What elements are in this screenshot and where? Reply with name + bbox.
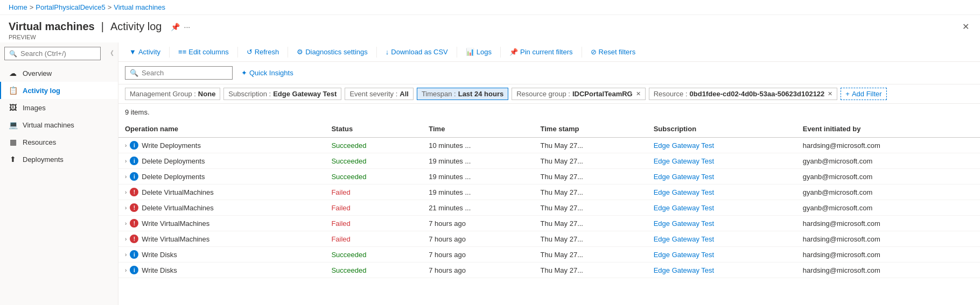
cell-time-4: 21 minutes ... xyxy=(422,200,534,216)
expand-icon-1[interactable]: › xyxy=(125,158,127,164)
cell-subscription-3: Edge Gateway Test xyxy=(647,185,796,200)
refresh-icon: ↺ xyxy=(247,48,253,56)
filter-bar: 🔍 ✦ Quick Insights xyxy=(118,62,980,84)
breadcrumb-home[interactable]: Home xyxy=(9,3,27,11)
operation-name-3: Delete VirtualMachines xyxy=(142,188,213,196)
subscription-link-7[interactable]: Edge Gateway Test xyxy=(654,251,715,259)
row-icon-7: i xyxy=(130,250,138,259)
pin-icon[interactable]: 📌 xyxy=(171,23,180,31)
expand-icon-2[interactable]: › xyxy=(125,174,127,180)
subscription-link-8[interactable]: Edge Gateway Test xyxy=(654,266,715,274)
col-time: Time xyxy=(422,120,534,138)
cell-initiated-by-1: gyanb@microsoft.com xyxy=(796,153,980,169)
sidebar-search-input[interactable] xyxy=(20,49,96,58)
toolbar-separator-1 xyxy=(169,47,170,58)
subscription-link-6[interactable]: Edge Gateway Test xyxy=(654,235,715,243)
cell-timestamp-4: Thu May 27... xyxy=(534,200,647,216)
subscription-link-4[interactable]: Edge Gateway Test xyxy=(654,204,715,212)
cell-subscription-4: Edge Gateway Test xyxy=(647,200,796,216)
subscription-link-3[interactable]: Edge Gateway Test xyxy=(654,188,715,196)
breadcrumb-device[interactable]: PortalPhysicalDevice5 xyxy=(36,3,105,11)
cell-initiated-by-4: gyanb@microsoft.com xyxy=(796,200,980,216)
filter-tag-resource-close[interactable]: ✕ xyxy=(828,90,832,97)
cell-operation-7: › i Write Disks xyxy=(118,247,325,263)
expand-icon-4[interactable]: › xyxy=(125,205,127,211)
cell-status-2: Succeeded xyxy=(325,169,422,185)
subscription-link-5[interactable]: Edge Gateway Test xyxy=(654,219,715,228)
pin-current-filters-button[interactable]: 📌 Pin current filters xyxy=(505,46,577,58)
reset-filters-button[interactable]: ⊘ Reset filters xyxy=(586,46,640,58)
page-title: Virtual machines xyxy=(9,20,95,33)
breadcrumb-vms[interactable]: Virtual machines xyxy=(114,3,165,11)
subscription-link-2[interactable]: Edge Gateway Test xyxy=(654,173,715,181)
sidebar-item-overview-label: Overview xyxy=(23,69,52,77)
content-area: ▼ Activity ≡≡ Edit columns ↺ Refresh ⚙ D… xyxy=(118,42,980,305)
sidebar-item-activity-log-label: Activity log xyxy=(23,87,60,95)
cell-status-0: Succeeded xyxy=(325,138,422,153)
reset-filters-icon: ⊘ xyxy=(591,48,597,56)
filter-tag-resource: Resource : 0bd1fdee-cd02-4d0b-53aa-50623… xyxy=(649,88,838,100)
cell-subscription-7: Edge Gateway Test xyxy=(647,247,796,263)
cell-operation-0: › i Write Deployments xyxy=(118,138,325,153)
download-csv-button[interactable]: ↓ Download as CSV xyxy=(381,46,452,58)
more-options-icon[interactable]: ··· xyxy=(184,23,191,31)
toolbar-separator-5 xyxy=(457,47,457,58)
filter-tag-resource-group-close[interactable]: ✕ xyxy=(636,90,641,97)
toolbar-separator-3 xyxy=(288,47,288,58)
edit-columns-button[interactable]: ≡≡ Edit columns xyxy=(174,46,233,58)
operation-name-2: Delete Deployments xyxy=(142,173,205,181)
expand-icon-5[interactable]: › xyxy=(125,221,127,226)
sidebar-item-virtual-machines[interactable]: 💻 Virtual machines xyxy=(0,116,118,133)
cell-initiated-by-6: hardsing@microsoft.com xyxy=(796,231,980,247)
expand-icon-8[interactable]: › xyxy=(125,267,127,273)
filter-tag-timespan: Timespan : Last 24 hours xyxy=(417,88,508,100)
cell-status-6: Failed xyxy=(325,231,422,247)
refresh-button[interactable]: ↺ Refresh xyxy=(242,46,284,58)
sidebar-search-icon: 🔍 xyxy=(9,50,17,58)
cell-time-2: 19 minutes ... xyxy=(422,169,534,185)
sidebar-item-activity-log[interactable]: 📋 Activity log xyxy=(0,82,118,99)
diagnostics-settings-button[interactable]: ⚙ Diagnostics settings xyxy=(292,46,372,58)
row-icon-5: ! xyxy=(130,219,138,228)
items-count: 9 items. xyxy=(118,104,980,120)
sidebar-item-deployments[interactable]: ⬆ Deployments xyxy=(0,151,118,168)
col-initiated-by: Event initiated by xyxy=(796,120,980,138)
table-body: › i Write Deployments Succeeded 10 minut… xyxy=(118,138,980,278)
operation-name-6: Write VirtualMachines xyxy=(142,235,209,243)
breadcrumb: Home > PortalPhysicalDevice5 > Virtual m… xyxy=(0,0,980,15)
quick-insights-button[interactable]: ✦ Quick Insights xyxy=(237,67,298,79)
activity-table: Operation name Status Time Time stamp Su… xyxy=(118,120,980,278)
toolbar-separator-2 xyxy=(237,47,238,58)
operation-name-7: Write Disks xyxy=(142,251,177,259)
sidebar-item-resources[interactable]: ▦ Resources xyxy=(0,133,118,151)
logs-button[interactable]: 📊 Logs xyxy=(461,46,496,58)
cell-operation-4: › ! Delete VirtualMachines xyxy=(118,200,325,216)
sidebar-item-images[interactable]: 🖼 Images xyxy=(0,99,118,116)
subscription-link-0[interactable]: Edge Gateway Test xyxy=(654,141,715,150)
sidebar-search-row: 🔍 《 xyxy=(0,42,118,65)
cell-timestamp-2: Thu May 27... xyxy=(534,169,647,185)
filter-search-input[interactable] xyxy=(142,69,228,77)
sidebar-item-overview[interactable]: ☁ Overview xyxy=(0,65,118,82)
deployments-icon: ⬆ xyxy=(9,155,17,164)
app-container: Home > PortalPhysicalDevice5 > Virtual m… xyxy=(0,0,980,305)
cell-operation-1: › i Delete Deployments xyxy=(118,153,325,169)
cell-initiated-by-5: hardsing@microsoft.com xyxy=(796,216,980,231)
add-filter-button[interactable]: + Add Filter xyxy=(841,88,886,100)
expand-icon-0[interactable]: › xyxy=(125,143,127,148)
row-icon-8: i xyxy=(130,266,138,274)
expand-icon-3[interactable]: › xyxy=(125,189,127,195)
activity-button[interactable]: ▼ Activity xyxy=(125,46,165,58)
subscription-link-1[interactable]: Edge Gateway Test xyxy=(654,157,715,165)
close-button[interactable]: ✕ xyxy=(960,19,971,34)
operation-name-8: Write Disks xyxy=(142,266,177,274)
sidebar-collapse-button[interactable]: 《 xyxy=(105,47,116,60)
sidebar: 🔍 《 ☁ Overview 📋 Activity log 🖼 Images xyxy=(0,42,118,305)
cell-timestamp-3: Thu May 27... xyxy=(534,185,647,200)
cell-subscription-0: Edge Gateway Test xyxy=(647,138,796,153)
expand-icon-6[interactable]: › xyxy=(125,236,127,242)
cell-initiated-by-7: hardsing@microsoft.com xyxy=(796,247,980,263)
expand-icon-7[interactable]: › xyxy=(125,252,127,258)
toolbar-separator-4 xyxy=(376,47,377,58)
cell-operation-2: › i Delete Deployments xyxy=(118,169,325,185)
